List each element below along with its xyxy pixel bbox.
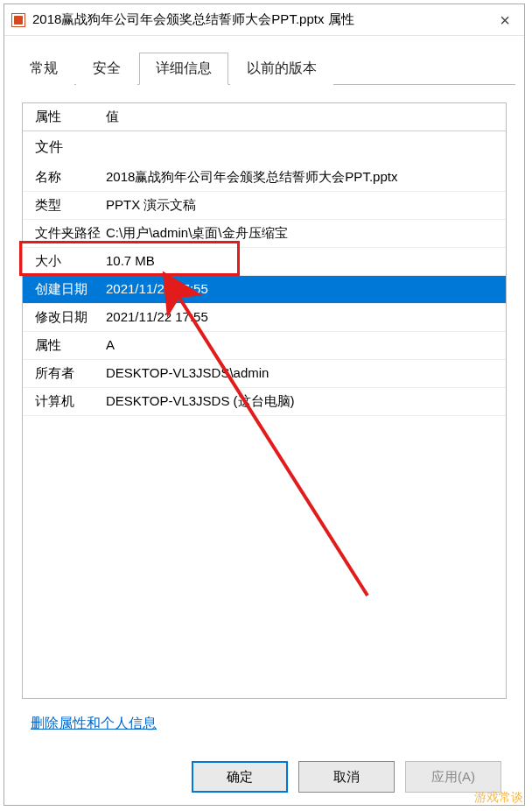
cell-label: 大小 <box>23 253 106 270</box>
cell-label: 名称 <box>23 169 106 186</box>
titlebar[interactable]: 2018赢战狗年公司年会颁奖总结誓师大会PPT.pptx 属性 × <box>4 4 524 36</box>
column-headers: 属性 值 <box>23 103 506 131</box>
dialog-buttons: 确定 取消 应用(A) <box>13 749 515 805</box>
row-name[interactable]: 名称 2018赢战狗年公司年会颁奖总结誓师大会PPT.pptx <box>23 164 506 192</box>
header-property: 属性 <box>23 109 106 125</box>
tab-strip: 常规 安全 详细信息 以前的版本 <box>4 36 524 84</box>
tab-details[interactable]: 详细信息 <box>139 53 228 85</box>
link-row: 删除属性和个人信息 <box>13 699 515 745</box>
header-value: 值 <box>106 109 506 125</box>
close-icon[interactable]: × <box>493 11 517 29</box>
tab-content: 属性 值 文件 名称 2018赢战狗年公司年会颁奖总结誓师大会PPT.pptx … <box>13 84 515 805</box>
window-title: 2018赢战狗年公司年会颁奖总结誓师大会PPT.pptx 属性 <box>32 11 354 28</box>
cell-value: 10.7 MB <box>106 253 506 270</box>
row-folder-path[interactable]: 文件夹路径 C:\用户\admin\桌面\金舟压缩宝 <box>23 220 506 248</box>
remove-properties-link[interactable]: 删除属性和个人信息 <box>31 716 157 730</box>
cell-label: 修改日期 <box>23 309 106 326</box>
properties-dialog: 2018赢战狗年公司年会颁奖总结誓师大会PPT.pptx 属性 × 常规 安全 … <box>4 4 525 806</box>
cancel-button[interactable]: 取消 <box>298 761 395 793</box>
apply-button[interactable]: 应用(A) <box>405 761 501 793</box>
cell-value: 2018赢战狗年公司年会颁奖总结誓师大会PPT.pptx <box>106 169 506 186</box>
tab-security[interactable]: 安全 <box>76 53 137 85</box>
cell-value: A <box>106 337 506 354</box>
tab-previous-versions[interactable]: 以前的版本 <box>230 53 333 85</box>
row-size[interactable]: 大小 10.7 MB <box>23 248 506 276</box>
cell-value: DESKTOP-VL3JSDS\admin <box>106 365 506 382</box>
cell-value: PPTX 演示文稿 <box>106 197 506 214</box>
powerpoint-icon <box>11 13 25 27</box>
ok-button[interactable]: 确定 <box>192 761 288 793</box>
tab-general[interactable]: 常规 <box>13 53 74 85</box>
row-owner[interactable]: 所有者 DESKTOP-VL3JSDS\admin <box>23 360 506 388</box>
row-created-date[interactable]: 创建日期 2021/11/22 17:55 <box>23 276 506 304</box>
cell-label: 属性 <box>23 337 106 354</box>
cell-label: 类型 <box>23 197 106 214</box>
row-computer[interactable]: 计算机 DESKTOP-VL3JSDS (这台电脑) <box>23 388 506 416</box>
cell-value: DESKTOP-VL3JSDS (这台电脑) <box>106 393 506 410</box>
cell-value: 2021/11/22 17:55 <box>106 281 506 298</box>
row-attributes[interactable]: 属性 A <box>23 332 506 360</box>
cell-label: 创建日期 <box>23 281 106 298</box>
cell-label: 文件夹路径 <box>23 225 106 242</box>
row-modified-date[interactable]: 修改日期 2021/11/22 17:55 <box>23 304 506 332</box>
cell-value: 2021/11/22 17:55 <box>106 309 506 326</box>
row-type[interactable]: 类型 PPTX 演示文稿 <box>23 192 506 220</box>
cell-label: 所有者 <box>23 365 106 382</box>
cell-value: C:\用户\admin\桌面\金舟压缩宝 <box>106 225 506 242</box>
watermark: 游戏常谈 <box>474 790 523 806</box>
cell-label: 计算机 <box>23 393 106 410</box>
section-file: 文件 <box>23 131 506 164</box>
details-list: 属性 值 文件 名称 2018赢战狗年公司年会颁奖总结誓师大会PPT.pptx … <box>22 102 507 699</box>
